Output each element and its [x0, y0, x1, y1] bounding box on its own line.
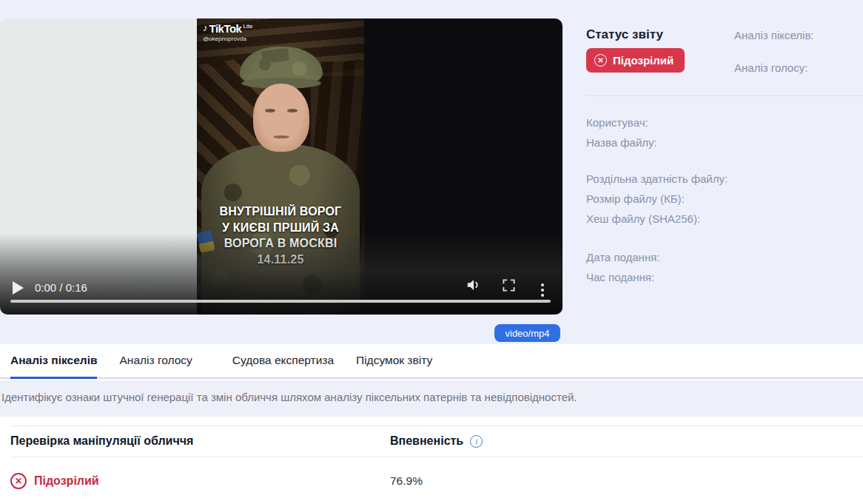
play-button[interactable]: [13, 281, 24, 295]
tab-forensic-examination[interactable]: Судова експертиза: [232, 354, 334, 377]
table-header-row: Перевірка маніпуляції обличчя Впевненіст…: [10, 426, 863, 457]
status-title: Статус звіту: [586, 27, 663, 42]
video-progress-bar[interactable]: [10, 300, 551, 303]
tiktok-brand-text: TikTok: [209, 23, 242, 34]
info-icon[interactable]: i: [470, 435, 483, 448]
status-badge: ✕ Підозрілий: [586, 48, 685, 73]
status-badge-label: Підозрілий: [613, 54, 674, 67]
video-caption-line: ВНУТРІШНІЙ ВОРОГ: [197, 204, 364, 220]
tiktok-note-icon: ♪: [203, 23, 208, 33]
filesize-label: Розмір файлу (КБ):: [586, 189, 728, 209]
row-confidence-value: 76.9%: [390, 474, 423, 488]
file-meta-group-1: Користувач: Назва файлу:: [586, 112, 657, 152]
table-row: ✕ Підозрілий 76.9%: [10, 457, 863, 489]
video-time-display: 0:00 / 0:16: [35, 281, 87, 294]
report-header-section: ♪ TikTok Lite @okepnoprovda ВНУТРІШНІЙ В…: [0, 0, 863, 344]
column-header-confidence: Впевненість: [390, 434, 463, 448]
pixel-analysis-label: Аналіз пікселів:: [734, 29, 814, 41]
tab-description: Ідентифікує ознаки штучної генерації та …: [0, 380, 863, 403]
overflow-menu-icon[interactable]: [541, 283, 544, 297]
volume-icon[interactable]: [466, 277, 482, 296]
file-meta-group-2: Роздільна здатність файлу: Розмір файлу …: [586, 169, 728, 229]
video-player[interactable]: ♪ TikTok Lite @okepnoprovda ВНУТРІШНІЙ В…: [0, 19, 563, 315]
tab-report-summary[interactable]: Підсумок звіту: [356, 354, 432, 377]
user-label: Користувач:: [586, 112, 657, 132]
tab-voice-analysis[interactable]: Аналіз голосу: [119, 354, 192, 377]
circle-x-icon: ✕: [594, 54, 607, 67]
panel-divider: [586, 95, 863, 96]
circle-x-icon: ✕: [10, 473, 27, 489]
tab-description-band: Ідентифікує ознаки штучної генерації та …: [0, 380, 863, 417]
fullscreen-icon[interactable]: [502, 278, 516, 295]
analysis-table: Перевірка маніпуляції обличчя Впевненіст…: [10, 426, 863, 489]
tiktok-handle: @okepnoprovda: [203, 36, 252, 42]
analysis-tabs: Аналіз пікселів Аналіз голосу Судова екс…: [0, 354, 863, 379]
report-status-panel: Статус звіту Аналіз пікселів: Аналіз гол…: [585, 0, 863, 344]
column-header-check: Перевірка маніпуляції обличчя: [10, 434, 193, 447]
mime-type-badge: video/mp4: [494, 324, 560, 342]
submission-date-label: Дата подання:: [586, 247, 659, 267]
tiktok-logo: ♪ TikTok Lite @okepnoprovda: [203, 23, 252, 42]
submission-time-label: Час подання:: [586, 267, 659, 287]
file-meta-group-3: Дата подання: Час подання:: [586, 247, 659, 287]
resolution-label: Роздільна здатність файлу:: [586, 169, 728, 189]
tab-pixel-analysis[interactable]: Аналіз пікселів: [10, 354, 97, 379]
tiktok-lite-text: Lite: [243, 24, 252, 30]
voice-analysis-label: Аналіз голосу:: [734, 61, 807, 74]
filename-label: Назва файлу:: [586, 132, 657, 152]
hash-label: Хеш файлу (SHA256):: [586, 209, 728, 229]
row-status-label: Підозрілий: [34, 474, 99, 488]
